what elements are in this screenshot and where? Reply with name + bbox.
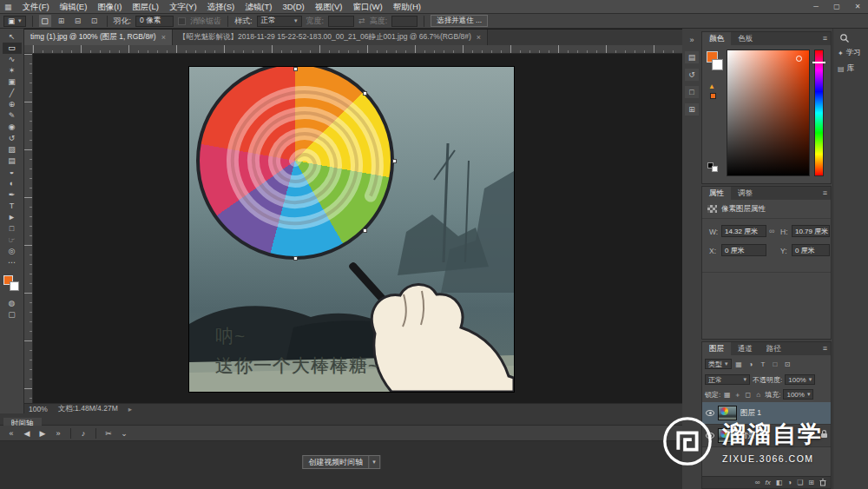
pen-tool[interactable]: ✒ — [3, 189, 22, 201]
transform-handle[interactable] — [293, 256, 298, 261]
filter-pixel-icon[interactable]: ▦ — [734, 360, 744, 368]
play-icon[interactable]: ▶ — [36, 427, 49, 439]
close-icon[interactable]: × — [161, 33, 166, 42]
blend-mode-dropdown[interactable]: 正常 ▾ — [705, 374, 750, 385]
tool-preset-picker[interactable]: ▣ ▾ — [3, 16, 26, 27]
transform-handle[interactable] — [293, 67, 298, 71]
character-panel-icon[interactable]: □ — [685, 86, 699, 98]
eraser-tool[interactable]: ▨ — [3, 144, 22, 155]
select-and-mask-button[interactable]: 选择并遮住 ... — [431, 15, 488, 27]
gradient-tool[interactable]: ▤ — [3, 155, 22, 167]
add-selection-icon[interactable]: ⊞ — [56, 15, 68, 27]
history-panel-icon[interactable]: ↺ — [685, 69, 699, 81]
first-frame-icon[interactable]: « — [5, 427, 17, 439]
hue-slider-marker[interactable] — [812, 62, 825, 63]
close-icon[interactable]: × — [477, 33, 481, 42]
clone-stamp-tool[interactable]: ◉ — [3, 122, 22, 133]
blur-tool[interactable]: ◒ — [3, 167, 22, 178]
menu-file[interactable]: 文件(F) — [17, 0, 55, 14]
new-selection-icon[interactable]: ▢ — [39, 15, 51, 27]
status-arrow-icon[interactable]: ▸ — [128, 405, 132, 413]
link-dimensions-icon[interactable]: ∞ — [769, 227, 774, 235]
prev-frame-icon[interactable]: ◀ — [21, 427, 33, 439]
eyedropper-tool[interactable]: ╱ — [3, 88, 22, 99]
maximize-button[interactable]: ▢ — [826, 0, 847, 13]
expand-panels-icon[interactable]: » — [685, 34, 699, 46]
lasso-tool[interactable]: ∿ — [3, 54, 22, 65]
width-field[interactable]: 14.32 厘米 — [721, 225, 766, 237]
shape-tool[interactable]: □ — [3, 223, 22, 235]
opacity-dropdown[interactable]: 100% ▾ — [785, 374, 815, 385]
gamut-warning-icon[interactable]: ▲ — [708, 83, 715, 90]
path-selection-tool[interactable]: ► — [3, 212, 22, 223]
hand-tool[interactable]: ☞ — [3, 235, 22, 246]
audio-icon[interactable]: ♪ — [77, 427, 89, 439]
style-dropdown[interactable]: 正常 ▾ — [257, 16, 302, 27]
tab-layers[interactable]: 图层 — [702, 342, 731, 355]
create-video-timeline-button[interactable]: 创建视频时间轴 ▾ — [302, 455, 380, 469]
info-panel-icon[interactable]: ⊞ — [685, 103, 699, 116]
filter-adjustment-icon[interactable]: ◑ — [746, 360, 756, 368]
tab-adjustments[interactable]: 调整 — [731, 187, 760, 200]
menu-type[interactable]: 文字(Y) — [164, 0, 202, 14]
menu-layer[interactable]: 图层(L) — [127, 0, 164, 14]
menu-3d[interactable]: 3D(D) — [277, 0, 309, 14]
swatches-panel-icon[interactable]: ▤ — [685, 51, 699, 63]
quick-mask-button[interactable]: ◍ — [3, 298, 22, 309]
tab-channels[interactable]: 通道 — [731, 342, 760, 355]
history-brush-tool[interactable]: ↺ — [3, 133, 22, 144]
move-tool[interactable]: ↖ — [3, 31, 22, 43]
screen-mode-button[interactable]: ▢ — [3, 309, 22, 320]
menu-image[interactable]: 图像(I) — [92, 0, 127, 14]
crop-tool[interactable]: ▣ — [3, 76, 22, 88]
background-color-swatch[interactable] — [10, 281, 19, 291]
default-colors-icon[interactable] — [707, 162, 720, 173]
panel-menu-icon[interactable]: ≡ — [823, 344, 827, 353]
color-picker-cursor[interactable] — [796, 56, 802, 62]
tab-properties[interactable]: 属性 — [702, 187, 731, 200]
document-tab-2[interactable]: 【昭光魅影解说】2018-11-29 15-22-52-183.00_00_21… — [173, 30, 488, 45]
next-frame-icon[interactable]: » — [52, 427, 64, 439]
transform-handle[interactable] — [392, 159, 397, 163]
antialias-checkbox[interactable] — [178, 17, 186, 25]
close-button[interactable]: ✕ — [847, 0, 868, 13]
healing-brush-tool[interactable]: ⊕ — [3, 99, 22, 110]
quick-selection-tool[interactable]: ✶ — [3, 65, 22, 76]
libraries-panel-button[interactable]: ▤ 库 — [838, 63, 854, 74]
edit-toolbar-icon[interactable]: ⋯ — [3, 257, 22, 268]
zoom-level[interactable]: 100% — [29, 405, 48, 413]
panel-menu-icon[interactable]: ≡ — [823, 188, 827, 197]
width-input[interactable] — [328, 16, 354, 27]
menu-view[interactable]: 视图(V) — [310, 0, 348, 14]
hue-slider[interactable] — [814, 50, 824, 176]
feather-input[interactable]: 0 像素 — [135, 16, 174, 27]
x-field[interactable]: 0 厘米 — [721, 244, 766, 256]
dodge-tool[interactable]: ◐ — [3, 178, 22, 189]
y-field[interactable]: 0 厘米 — [792, 244, 830, 256]
filter-smart-object-icon[interactable]: ⊡ — [783, 360, 792, 368]
menu-edit[interactable]: 编辑(E) — [55, 0, 93, 14]
search-icon[interactable] — [839, 33, 850, 43]
split-clip-icon[interactable]: ✂ — [102, 427, 115, 439]
ruler-origin[interactable] — [24, 45, 33, 54]
height-field[interactable]: 10.79 厘米 — [792, 225, 830, 237]
learn-panel-button[interactable]: ✦ 学习 — [838, 48, 861, 58]
subtract-selection-icon[interactable]: ⊟ — [72, 15, 84, 27]
minimize-button[interactable]: ─ — [806, 0, 826, 13]
saturation-brightness-field[interactable] — [727, 50, 810, 176]
transform-handle[interactable] — [363, 91, 367, 96]
document-tab-1[interactable]: timg (1).jpg @ 100% (图层 1, RGB/8#) × — [24, 30, 173, 45]
rectangular-marquee-tool[interactable]: ▭ — [3, 43, 22, 54]
menu-filter[interactable]: 滤镜(T) — [240, 0, 277, 14]
swap-dimensions-icon[interactable]: ⇄ — [358, 17, 365, 25]
menu-select[interactable]: 选择(S) — [202, 0, 240, 14]
tab-paths[interactable]: 路径 — [760, 342, 788, 355]
intersect-selection-icon[interactable]: ⊡ — [89, 15, 101, 27]
artboard-image[interactable]: 呐~ 送你一个大棒棒糖~ — [189, 67, 514, 392]
menu-help[interactable]: 帮助(H) — [388, 0, 426, 14]
transform-handle[interactable] — [363, 228, 367, 233]
tab-swatches[interactable]: 色板 — [731, 32, 760, 45]
timeline-more-icon[interactable]: ⌄ — [118, 427, 130, 439]
type-tool[interactable]: T — [3, 201, 22, 212]
filter-type-icon[interactable]: T — [759, 360, 768, 368]
